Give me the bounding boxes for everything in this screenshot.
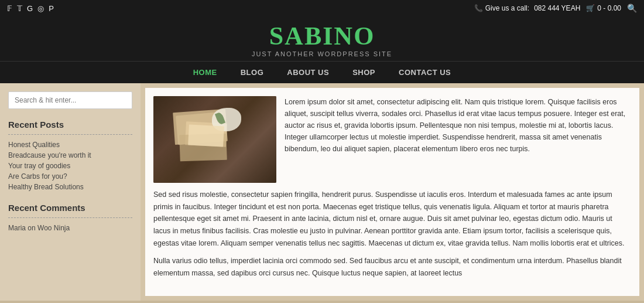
article-content: Lorem ipsum dolor sit amet, consectetur … (145, 88, 639, 296)
pinterest-icon[interactable]: P (49, 4, 54, 13)
facebook-icon[interactable]: 𝔽 (7, 4, 12, 13)
phone-icon: 📞 (474, 4, 483, 12)
article-paragraph-2: Sed sed risus molestie, consectetur sapi… (153, 189, 631, 249)
site-header: SABINO JUST ANOTHER WORDPRESS SITE (0, 16, 644, 61)
phone-number: 082 444 YEAH (534, 4, 580, 12)
recent-post-1[interactable]: Honest Qualities (8, 141, 132, 149)
instagram-icon[interactable]: ◎ (37, 4, 44, 13)
content-top: Lorem ipsum dolor sit amet, consectetur … (153, 96, 631, 183)
site-subtitle: JUST ANOTHER WORDPRESS SITE (0, 50, 644, 57)
main-content: Recent Posts Honest Qualities Breadcause… (0, 83, 644, 301)
recent-comments-title: Recent Comments (8, 203, 132, 213)
nav-item-contact[interactable]: CONTACT US (387, 62, 463, 84)
recent-post-2[interactable]: Breadcause you're worth it (8, 151, 132, 159)
recent-post-4[interactable]: Are Carbs for you? (8, 172, 132, 181)
phone-label: Give us a call: (485, 4, 529, 12)
recent-post-5[interactable]: Healthy Bread Solutions (8, 183, 132, 191)
nav-item-shop[interactable]: SHOP (341, 62, 387, 84)
social-icons: 𝔽 𝕋 G ◎ P (7, 4, 54, 13)
googleplus-icon[interactable]: G (27, 4, 33, 13)
sidebar: Recent Posts Honest Qualities Breadcause… (0, 83, 141, 301)
site-title[interactable]: SABINO (0, 23, 644, 49)
article-image (153, 96, 276, 183)
twitter-icon[interactable]: 𝕋 (17, 4, 22, 13)
recent-posts-divider (8, 134, 132, 135)
phone-info: 📞 Give us a call: 082 444 YEAH (474, 4, 581, 12)
cart-amount: 0 - 0.00 (597, 4, 621, 12)
cart-info[interactable]: 🛒 0 - 0.00 (586, 4, 621, 12)
cart-icon: 🛒 (586, 4, 595, 12)
article-paragraph-1: Lorem ipsum dolor sit amet, consectetur … (285, 96, 631, 183)
main-nav: HOME BLOG ABOUT US SHOP CONTACT US (0, 61, 644, 83)
search-input[interactable] (8, 91, 132, 109)
recent-posts-title: Recent Posts (8, 120, 132, 130)
food-photo (153, 96, 276, 183)
recent-comment-1[interactable]: Maria on Woo Ninja (8, 224, 132, 232)
recent-comments-divider (8, 217, 132, 218)
nav-item-home[interactable]: HOME (181, 62, 229, 84)
recent-comments-section: Recent Comments Maria on Woo Ninja (8, 203, 132, 232)
top-bar-right: 📞 Give us a call: 082 444 YEAH 🛒 0 - 0.0… (474, 4, 637, 13)
recent-post-3[interactable]: Your tray of goodies (8, 162, 132, 170)
nav-item-about[interactable]: ABOUT US (275, 62, 341, 84)
search-icon[interactable]: 🔍 (627, 4, 637, 13)
top-bar: 𝔽 𝕋 G ◎ P 📞 Give us a call: 082 444 YEAH… (0, 0, 644, 16)
article-paragraph-3: Nulla varius odio tellus, imperdiet laci… (153, 255, 631, 279)
recent-posts-section: Recent Posts Honest Qualities Breadcause… (8, 120, 132, 191)
nav-item-blog[interactable]: BLOG (229, 62, 276, 84)
